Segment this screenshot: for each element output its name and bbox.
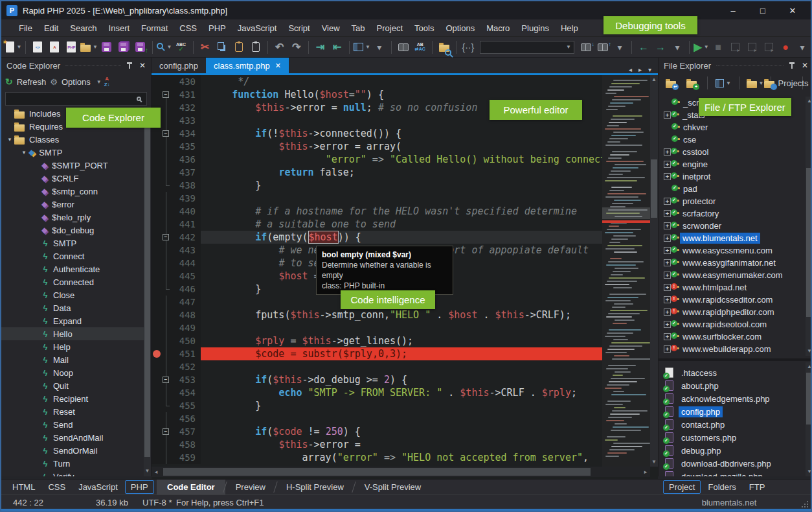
file-item-download-dbdrivers-php[interactable]: ✓download-dbdrivers.php <box>659 457 806 470</box>
step-into-button[interactable] <box>744 39 760 56</box>
breakpoint-gutter[interactable] <box>152 386 162 399</box>
copy-button[interactable] <box>214 39 230 56</box>
code-text[interactable]: } <box>201 179 602 192</box>
chevron-down-icon[interactable]: ▾ <box>19 149 28 156</box>
expand-icon[interactable]: + <box>664 333 671 340</box>
tab-v-split-preview[interactable]: V-Split Preview <box>354 480 431 495</box>
code-line-457[interactable]: −457 if($code != 250) { <box>152 425 658 438</box>
folder-item-www-webuilderapp-com[interactable]: +!www.webuilderapp.com <box>659 343 806 355</box>
code-text[interactable]: } <box>201 399 602 412</box>
breakpoint-gutter[interactable] <box>152 140 162 153</box>
tab-scroll-right-icon[interactable]: ▸ <box>638 66 642 73</box>
code-line-453[interactable]: −453 if($this->do_debug >= 2) { <box>152 373 658 386</box>
breakpoint-gutter[interactable] <box>152 257 162 270</box>
scroll-down-icon[interactable]: ▼ <box>144 467 151 475</box>
expand-icon[interactable]: + <box>664 284 671 291</box>
menu-script[interactable]: Script <box>282 21 315 36</box>
find-previous-button[interactable]: ↑ <box>595 39 611 56</box>
tab-code-editor[interactable]: Code Editor <box>157 480 225 495</box>
fold-gutter[interactable] <box>162 296 171 308</box>
breakpoint-gutter[interactable] <box>152 88 162 101</box>
code-text[interactable]: array("error" => "HELO not accepted from… <box>201 451 602 464</box>
menu-view[interactable]: View <box>316 21 346 36</box>
breakpoint-gutter[interactable] <box>152 75 162 88</box>
folder-item-www-surfblocker-com[interactable]: +✓www.surfblocker.com <box>659 331 806 343</box>
expand-icon[interactable]: + <box>664 272 671 279</box>
stop-button[interactable]: ■ <box>710 39 726 56</box>
scroll-up-icon[interactable]: ▲ <box>806 363 812 371</box>
tree-item-reset[interactable]: ϟReset <box>1 405 144 418</box>
breakpoint-gutter[interactable] <box>152 231 162 244</box>
menu-plugins[interactable]: Plugins <box>515 21 555 36</box>
code-text[interactable]: $this->error = <box>201 438 602 451</box>
fold-gutter[interactable] <box>162 412 171 425</box>
breakpoint-gutter[interactable] <box>152 296 162 308</box>
folder-item-www-blumentals-net[interactable]: +✓www.blumentals.net <box>659 232 806 244</box>
file-item-customers-php[interactable]: ✓customers.php <box>659 431 806 444</box>
code-line-454[interactable]: 454 echo "SMTP -> FROM SERVER: " . $this… <box>152 386 658 399</box>
expand-icon[interactable]: + <box>664 148 671 156</box>
code-snippet-button[interactable]: {··} <box>460 39 476 56</box>
code-line-435[interactable]: 435 $this->error = array( <box>152 140 658 153</box>
undo-button[interactable]: ↶ <box>272 39 288 56</box>
tree-item-turn[interactable]: ϟTurn <box>1 457 144 470</box>
code-text[interactable]: $code = substr($rply,0,3); <box>201 347 602 360</box>
close-panel-icon[interactable]: ✕ <box>139 61 146 70</box>
breakpoint-gutter[interactable] <box>152 270 162 283</box>
expand-icon[interactable]: + <box>664 235 671 242</box>
step-out-button[interactable] <box>761 39 776 56</box>
toolbar-overflow-button[interactable]: ▾ <box>372 39 387 56</box>
code-line-455[interactable]: 455 } <box>152 399 658 412</box>
quick-search-input[interactable]: ▼ <box>480 41 574 54</box>
code-line-439[interactable]: 439 <box>152 192 658 205</box>
paste-as-text-button[interactable] <box>248 39 264 56</box>
tree-item-classes[interactable]: ▾Classes <box>1 133 144 146</box>
fold-gutter[interactable] <box>162 218 171 231</box>
fold-gutter[interactable] <box>162 360 171 373</box>
fold-collapse-icon[interactable]: − <box>163 234 169 240</box>
tree-item-noop[interactable]: ϟNoop <box>1 366 144 379</box>
scroll-up-icon[interactable]: ▲ <box>650 76 658 84</box>
refresh-button[interactable]: Refresh <box>17 77 47 87</box>
code-line-431[interactable]: −431 function Hello($host="") { <box>152 88 658 101</box>
tree-item-smtp_conn[interactable]: ◆$smtp_conn <box>1 185 144 198</box>
code-line-434[interactable]: −434 if(!$this->connected()) { <box>152 127 658 140</box>
navigate-dropdown[interactable]: ▾ <box>670 39 685 56</box>
breakpoint-gutter[interactable] <box>152 192 162 205</box>
folder-item-scrwonder[interactable]: +✓scrwonder <box>659 220 806 232</box>
run-debug-button[interactable]: ▶▼ <box>694 39 709 56</box>
tree-item-connect[interactable]: ϟConnect <box>1 250 144 262</box>
folder-item-inetprot[interactable]: +✓inetprot <box>659 170 806 183</box>
tree-item-mail[interactable]: ϟMail <box>1 353 144 366</box>
fold-gutter[interactable] <box>162 334 171 347</box>
code-explorer-search-input[interactable] <box>5 92 147 106</box>
save-button[interactable] <box>99 39 115 56</box>
breakpoint-gutter[interactable] <box>152 127 162 140</box>
folder-item-www-rapidphpeditor-com[interactable]: +!www.rapidphpeditor.com <box>659 306 806 318</box>
code-line-456[interactable]: 456 <box>152 412 658 425</box>
code-text[interactable]: return false; <box>201 166 602 179</box>
folder-item-www-rapidcsseditor-com[interactable]: +!www.rapidcsseditor.com <box>659 294 806 306</box>
menu-search[interactable]: Search <box>64 21 102 36</box>
editor-vertical-scrollbar[interactable]: ▲ ▼ <box>650 75 658 467</box>
new-php-document-button[interactable]: PHP <box>63 39 79 56</box>
tab-php[interactable]: PHP <box>125 480 154 494</box>
tree-item-do_debug[interactable]: ◆$do_debug <box>1 224 144 237</box>
resize-grip[interactable] <box>801 500 809 508</box>
expand-icon[interactable]: + <box>664 173 671 180</box>
code-line-438[interactable]: 438 } <box>152 179 658 192</box>
replace-button[interactable]: AB⇄AC <box>412 39 428 56</box>
fold-gutter[interactable] <box>162 451 171 464</box>
code-line-437[interactable]: 437 return false; <box>152 166 658 179</box>
scroll-right-icon[interactable]: ▸ <box>641 467 650 477</box>
folder-item-www-easymenumaker-com[interactable]: +✓www.easymenumaker.com <box>659 269 806 281</box>
folder-item-www-easycssmenu-com[interactable]: +✓www.easycssmenu.com <box>659 244 806 257</box>
code-line-449[interactable]: 449 <box>152 321 658 334</box>
tree-item-crlf[interactable]: ◆$CRLF <box>1 172 144 185</box>
code-line-430[interactable]: 430 */ <box>152 75 658 88</box>
fold-gutter[interactable] <box>162 347 171 360</box>
breakpoint-gutter[interactable] <box>152 244 162 257</box>
breakpoint-gutter[interactable] <box>152 425 162 438</box>
breakpoint-gutter[interactable] <box>152 321 162 334</box>
code-text[interactable]: function Hello($host="") { <box>201 88 602 101</box>
